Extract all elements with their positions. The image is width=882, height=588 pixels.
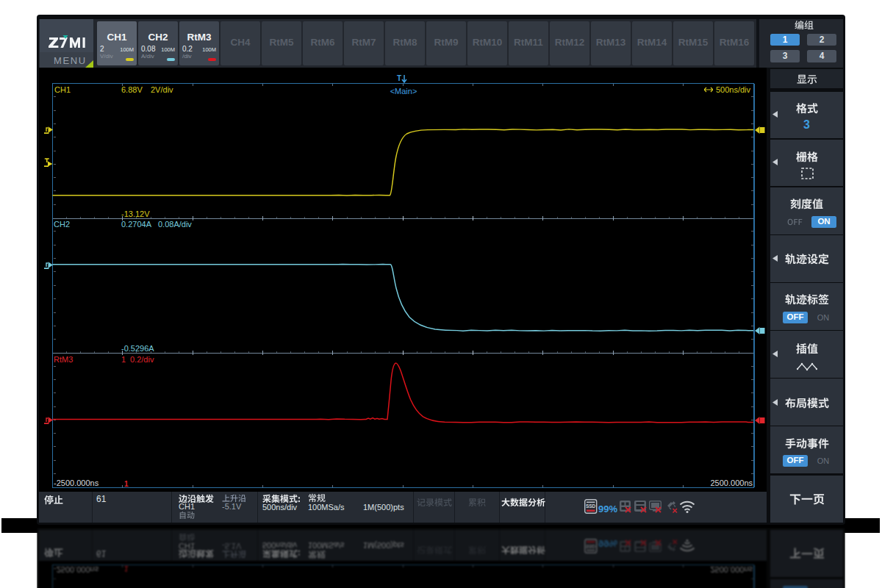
svg-text:SSD: SSD — [586, 503, 596, 509]
svg-text:SSD: SSD — [586, 544, 596, 549]
